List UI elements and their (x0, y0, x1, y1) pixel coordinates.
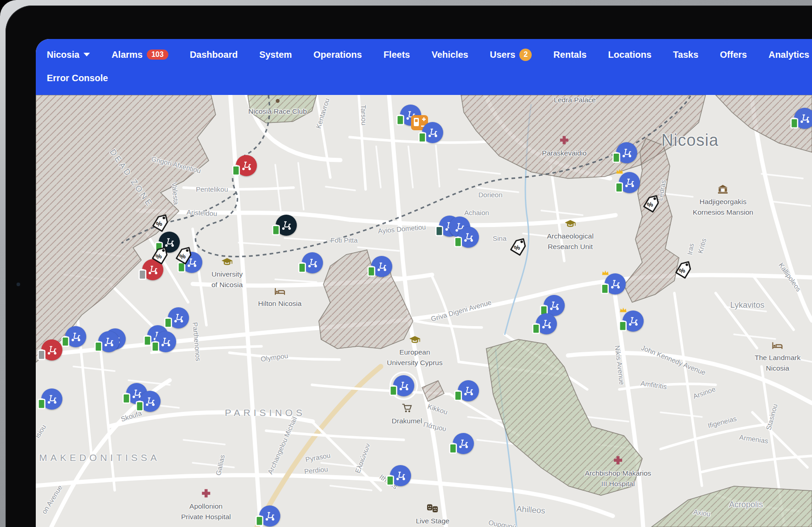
poi-label: Nicosia (755, 363, 801, 373)
poi-label: University (211, 269, 243, 279)
nav-item-label: Rentals (553, 50, 586, 60)
battery-icon (367, 266, 375, 278)
poi-label: Apollonion (181, 501, 231, 511)
crown-icon (616, 168, 623, 176)
offer-tag-marker[interactable]: % (673, 260, 694, 281)
nav-item-label: Tasks (673, 50, 698, 60)
nav-row1: NicosiaAlarms103DashboardSystemOperation… (36, 39, 812, 68)
offer-tag-marker[interactable]: % (508, 237, 529, 258)
poi-apollonion-private-hospital: ApollonionPrivate Hospital (181, 488, 231, 522)
battery-icon (386, 475, 394, 488)
vehicle-marker-blue[interactable] (619, 172, 640, 193)
poi-live-stage: Live Stage (416, 504, 449, 527)
nav-item-tasks[interactable]: Tasks (673, 50, 698, 60)
nav-item-fleets[interactable]: Fleets (384, 50, 410, 60)
battery-icon (435, 225, 443, 238)
poi-archbishop-makarios-iii-hospital: Archbishop MakariosIII Hospital (585, 455, 651, 489)
vehicle-marker-blue[interactable] (390, 465, 411, 486)
vehicle-marker-blue[interactable] (155, 331, 176, 352)
poi-nicosia-race-club: Nicosia Race Club (248, 96, 307, 117)
map-label-makedonitissa: MAKEDONITISSA (39, 452, 160, 463)
chevron-down-icon (83, 53, 90, 56)
nav-item-label: System (259, 50, 292, 60)
battery-icon (232, 165, 240, 178)
battery-icon (612, 152, 620, 165)
poi-hadjigeorgakis-kornesios-mansion: MHadjigeorgakisKornesios Mansion (693, 185, 753, 217)
vehicle-marker-blue[interactable] (794, 108, 812, 129)
svg-text:M: M (722, 188, 725, 192)
nav-item-users[interactable]: Users2 (490, 49, 532, 61)
battery-icon (790, 117, 798, 130)
crown-icon (601, 269, 609, 277)
top-navigation-bar: NicosiaAlarms103DashboardSystemOperation… (36, 39, 812, 95)
nav-item-dashboard[interactable]: Dashboard (190, 50, 238, 60)
map-label-foti-pitta: Foti Pitta (330, 236, 357, 244)
nav-item-locations[interactable]: Locations (608, 50, 651, 60)
battery-icon (38, 349, 45, 362)
vehicle-marker-blue[interactable] (98, 331, 119, 352)
offer-tag-marker[interactable]: % (150, 245, 171, 266)
vehicle-marker-blue[interactable] (168, 307, 189, 328)
battery-icon (61, 336, 69, 349)
nav-item-label: Fleets (384, 50, 410, 60)
vehicle-marker-blue[interactable] (605, 273, 626, 294)
cross-icon (585, 455, 651, 468)
vehicle-marker-blue[interactable] (393, 375, 414, 396)
poi-label: Archbishop Makarios (585, 468, 651, 478)
vehicle-marker-blue[interactable] (623, 311, 644, 332)
vehicle-marker-blue[interactable] (536, 313, 557, 334)
nav-item-label: Vehicles (432, 50, 468, 60)
nav-item-offers[interactable]: Offers (720, 50, 747, 60)
battery-icon (144, 335, 151, 348)
poi-label: Live Stage (416, 516, 449, 526)
nav-item-vehicles[interactable]: Vehicles (432, 50, 468, 60)
poi-label: Drakumel (392, 416, 422, 426)
nav-item-nicosia[interactable]: Nicosia (47, 50, 90, 60)
poi-label: University Cyprus (387, 358, 442, 368)
vehicle-marker-red[interactable] (236, 155, 257, 176)
vehicle-marker-red[interactable] (41, 339, 62, 361)
poi-label: Archaeological (547, 231, 594, 241)
vehicle-marker-blue[interactable] (65, 326, 86, 347)
masks-icon (416, 504, 449, 516)
nav-item-label: Locations (608, 50, 651, 60)
battery-icon (532, 323, 540, 336)
nav-item-system[interactable]: System (259, 50, 292, 60)
nav-item-error-console[interactable]: Error Console (47, 73, 108, 83)
battery-icon (95, 341, 102, 354)
poi-archaeological-research-unit: ArchaeologicalResearch Unit (547, 220, 594, 252)
battery-icon (601, 283, 609, 296)
vehicle-marker-blue[interactable] (616, 142, 637, 163)
nav-item-alarms[interactable]: Alarms103 (111, 50, 168, 60)
offer-tag-marker[interactable]: % (150, 213, 171, 234)
map-label-dorieon: Dorieon (478, 191, 503, 199)
nav-item-rentals[interactable]: Rentals (553, 50, 586, 60)
vehicle-marker-blue[interactable] (41, 388, 62, 410)
vehicle-marker-blue[interactable] (371, 256, 392, 277)
vehicle-marker-dark[interactable] (276, 215, 297, 236)
map-label-pentelikou: Pentelikou (196, 185, 228, 193)
map-label-aristeidou: Aristeidou (186, 208, 217, 217)
vehicle-marker-blue[interactable] (259, 505, 280, 527)
vehicle-marker-blue[interactable] (302, 252, 323, 273)
nav-item-operations[interactable]: Operations (313, 50, 362, 60)
offer-tag-marker[interactable]: % (173, 245, 195, 266)
vehicle-marker-blue[interactable] (422, 122, 443, 143)
offer-tag-marker[interactable]: % (641, 194, 662, 215)
vehicle-marker-blue[interactable] (458, 227, 479, 248)
battery-icon (396, 114, 404, 127)
map[interactable]: NicosiaKentavrouTarsouGrigori AfxentiouD… (36, 95, 812, 527)
vehicle-marker-blue[interactable] (458, 380, 479, 401)
poi-label: Private Hospital (181, 512, 231, 522)
map-label-ahilleos: Ahilleos (516, 504, 545, 516)
map-label-lykavitos: Lykavitos (730, 300, 764, 310)
poi-drakumel: Drakumel (392, 403, 422, 427)
battery-icon (256, 515, 263, 527)
vehicle-marker-blue[interactable] (453, 433, 474, 454)
dot-icon (248, 96, 307, 106)
vehicle-marker-blue[interactable] (139, 391, 161, 412)
nav-item-analytics[interactable]: Analytics (768, 50, 809, 60)
map-label-city-nicosia: Nicosia (661, 131, 718, 150)
map-label-tarsou: Tarsou (360, 105, 368, 126)
battery-icon (38, 398, 45, 411)
